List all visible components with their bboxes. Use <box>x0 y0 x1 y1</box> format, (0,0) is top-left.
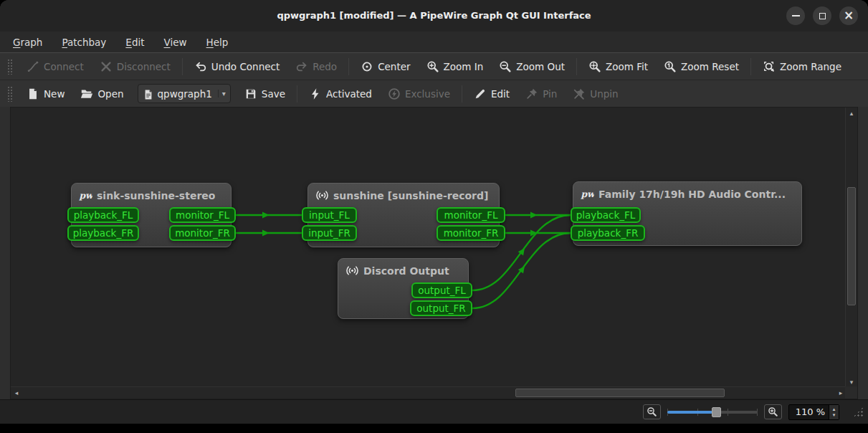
resize-grip[interactable] <box>853 406 864 417</box>
graph-canvas-frame: pwsink-sunshine-stereoplayback_FLplaybac… <box>10 107 858 399</box>
disconnect-button: Disconnect <box>92 56 178 77</box>
port-sink-sunshine-stereo-monitor-fr[interactable]: monitor_FR <box>169 225 236 241</box>
zoom-fit-label: Zoom Fit <box>606 61 648 72</box>
port-sunshine-sunshine-record-monitor-fr[interactable]: monitor_FR <box>437 225 505 241</box>
center-button[interactable]: Center <box>353 56 418 77</box>
connection-arrow-icon <box>530 212 538 219</box>
center-icon <box>361 60 373 73</box>
close-button[interactable]: × <box>839 6 858 25</box>
undo-connect-label: Undo Connect <box>211 61 280 72</box>
open-button[interactable]: Open <box>72 83 131 105</box>
menu-item-edit[interactable]: Edit <box>125 37 144 48</box>
redo-button: Redo <box>287 56 345 77</box>
zoom-range-button[interactable]: Zoom Range <box>755 56 849 77</box>
new-button[interactable]: New <box>19 83 72 105</box>
connections-layer <box>11 108 846 388</box>
open-label: Open <box>97 88 123 100</box>
port-sunshine-sunshine-record-monitor-fl[interactable]: monitor_FL <box>437 207 505 223</box>
zoom-range-label: Zoom Range <box>780 61 841 72</box>
activated-label: Activated <box>326 88 372 100</box>
zoom-slider[interactable] <box>667 406 758 419</box>
node-title: Family 17h/19h HD Audio Contr... <box>598 189 786 200</box>
zoom-spinbox[interactable]: 110 % ▴▾ <box>788 404 839 420</box>
zoom-value: 110 % <box>789 406 829 417</box>
zoom-in-label: Zoom In <box>444 61 484 72</box>
scroll-up-button[interactable]: ▴ <box>846 108 857 119</box>
pin-button: Pin <box>518 83 565 105</box>
connect-icon <box>27 60 39 73</box>
stream-icon <box>315 189 329 202</box>
titlebar[interactable]: qpwgraph1 [modified] — A PipeWire Graph … <box>0 0 868 32</box>
activated-button[interactable]: Activated <box>301 83 380 105</box>
zoom-fit-button[interactable]: Zoom Fit <box>581 56 656 77</box>
connection-arrow-icon <box>262 230 270 237</box>
center-label: Center <box>378 61 410 72</box>
toolbar-patchbay: NewOpenqpwgraph1▾SaveActivatedExclusiveE… <box>0 80 868 107</box>
horizontal-scrollbar[interactable]: ◂ ▸ <box>11 386 846 399</box>
statusbar-zoom-in-button[interactable] <box>764 404 782 419</box>
zoom-range-icon <box>763 60 776 73</box>
port-sink-sunshine-stereo-playback-fl[interactable]: playback_FL <box>67 207 139 223</box>
port-discord-output-output-fl[interactable]: output_FL <box>411 282 472 298</box>
zoom-in-button[interactable]: Zoom In <box>419 56 492 77</box>
minimize-button[interactable] <box>786 6 805 25</box>
port-discord-output-output-fr[interactable]: output_FR <box>410 300 472 316</box>
patchbay-select-combobox[interactable]: qpwgraph1▾ <box>138 84 231 103</box>
port-family-17h-19h-hd-audio-contr-playback-fl[interactable]: playback_FL <box>571 207 641 223</box>
zoom-out-icon <box>499 60 512 73</box>
port-sunshine-sunshine-record-input-fl[interactable]: input_FL <box>302 207 357 223</box>
pipewire-icon: pw <box>581 187 594 201</box>
connect-label: Connect <box>44 61 84 72</box>
node-title: sink-sunshine-stereo <box>97 190 215 201</box>
scroll-left-button[interactable]: ◂ <box>11 387 22 399</box>
toolbar-separator <box>182 58 183 75</box>
connect-button: Connect <box>19 56 92 77</box>
exclusive-button: Exclusive <box>380 83 458 105</box>
graph-viewport[interactable]: pwsink-sunshine-stereoplayback_FLplaybac… <box>11 108 846 388</box>
open-icon <box>80 87 93 100</box>
edit-label: Edit <box>491 88 510 100</box>
node-header: pwFamily 17h/19h HD Audio Contr... <box>573 182 801 201</box>
unpin-icon <box>573 87 586 100</box>
maximize-button[interactable] <box>813 6 831 25</box>
spin-down-icon: ▾ <box>833 412 836 418</box>
statusbar: 110 % ▴▾ <box>0 399 868 424</box>
maximize-icon <box>819 13 826 19</box>
unpin-button: Unpin <box>565 83 626 105</box>
save-button[interactable]: Save <box>237 83 293 105</box>
spinbox-arrows[interactable]: ▴▾ <box>829 405 839 419</box>
disconnect-icon <box>100 60 113 73</box>
edit-button[interactable]: Edit <box>466 83 518 105</box>
zoom-out-button[interactable]: Zoom Out <box>491 56 573 77</box>
disconnect-label: Disconnect <box>117 61 171 72</box>
zoom-slider-handle[interactable] <box>712 407 721 417</box>
menu-item-patchbay[interactable]: Patchbay <box>62 37 106 48</box>
chevron-down-icon: ▾ <box>218 90 226 97</box>
save-label: Save <box>262 88 285 100</box>
vertical-scrollbar[interactable]: ▴ ▾ <box>845 108 857 388</box>
port-sunshine-sunshine-record-input-fr[interactable]: input_FR <box>302 225 357 241</box>
toolbar-drag-handle[interactable] <box>7 59 13 75</box>
exclusive-label: Exclusive <box>405 88 450 100</box>
node-header: pwsink-sunshine-stereo <box>72 184 231 202</box>
toolbar-separator <box>750 58 751 75</box>
port-sink-sunshine-stereo-playback-fr[interactable]: playback_FR <box>67 225 139 241</box>
new-label: New <box>44 88 65 100</box>
menu-item-graph[interactable]: Graph <box>13 37 42 48</box>
port-family-17h-19h-hd-audio-contr-playback-fr[interactable]: playback_FR <box>571 225 645 241</box>
toolbar-drag-handle[interactable] <box>7 86 13 102</box>
window-controls: × <box>786 6 858 25</box>
horizontal-scrollbar-thumb[interactable] <box>515 389 725 397</box>
zoom-reset-icon <box>664 60 677 73</box>
node-header: sunshine [sunshine-record] <box>308 184 499 202</box>
node-title: Discord Output <box>363 265 449 277</box>
connection-arrow-icon <box>262 212 270 219</box>
zoom-reset-button[interactable]: Zoom Reset <box>656 56 747 77</box>
statusbar-zoom-out-button[interactable] <box>643 404 661 419</box>
menu-item-help[interactable]: Help <box>206 37 229 48</box>
vertical-scrollbar-thumb[interactable] <box>847 187 856 305</box>
qpwgraph-window: qpwgraph1 [modified] — A PipeWire Graph … <box>0 0 868 424</box>
menu-item-view[interactable]: View <box>164 37 187 48</box>
undo-connect-button[interactable]: Undo Connect <box>186 56 287 77</box>
port-sink-sunshine-stereo-monitor-fl[interactable]: monitor_FL <box>169 207 236 223</box>
